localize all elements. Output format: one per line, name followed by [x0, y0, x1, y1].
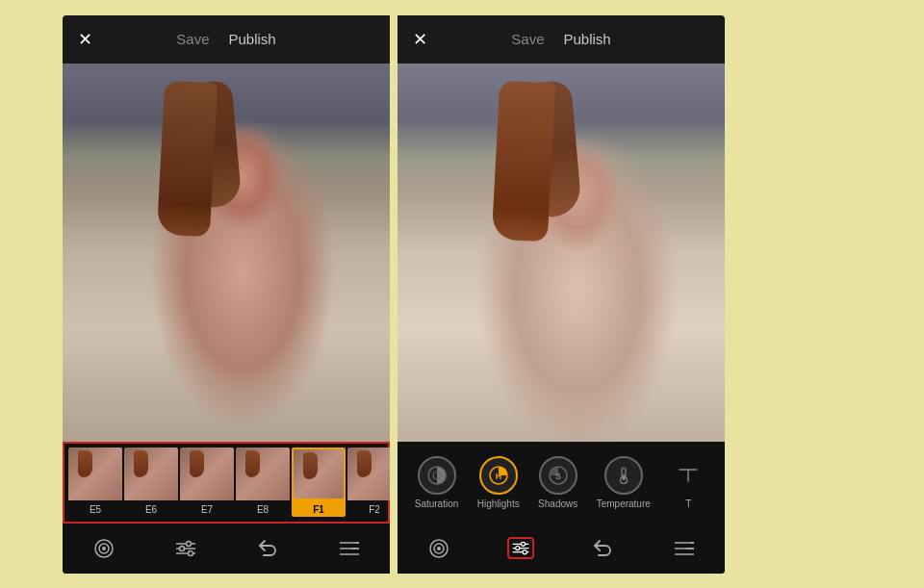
right-header: ✕ Save Publish: [398, 15, 725, 64]
right-close-button[interactable]: ✕: [413, 29, 427, 50]
highlights-tool[interactable]: H Highlights: [477, 456, 520, 509]
left-close-button[interactable]: ✕: [78, 29, 92, 50]
temperature-icon: [604, 456, 643, 495]
film-item-e5[interactable]: E5: [68, 447, 122, 517]
svg-point-14: [188, 550, 192, 555]
temperature-tool[interactable]: Temperature: [597, 456, 651, 509]
film-label-f2: F2: [347, 500, 390, 517]
left-publish-label[interactable]: Publish: [229, 31, 276, 47]
left-bottom-bar: [63, 524, 390, 574]
right-header-actions: Save Publish: [511, 31, 610, 47]
svg-point-37: [523, 550, 526, 554]
t-tool[interactable]: T: [669, 456, 707, 509]
right-photo: [398, 64, 725, 442]
right-bottom-bar: [398, 524, 725, 574]
left-header: ✕ Save Publish: [63, 15, 390, 64]
saturation-tool[interactable]: Saturation: [415, 456, 459, 509]
svg-point-8: [102, 547, 106, 550]
film-label-e5: E5: [68, 500, 122, 517]
svg-rect-28: [623, 474, 625, 480]
right-image-area: [398, 64, 725, 442]
saturation-label: Saturation: [415, 499, 459, 509]
shadows-tool[interactable]: S Shadows: [538, 456, 578, 509]
left-header-actions: Save Publish: [176, 31, 275, 47]
left-menu-icon[interactable]: [332, 531, 367, 566]
right-menu-icon[interactable]: [667, 531, 702, 566]
shadows-label: Shadows: [538, 499, 578, 509]
right-publish-label[interactable]: Publish: [564, 31, 611, 47]
svg-text:S: S: [555, 472, 561, 481]
right-undo-icon[interactable]: [585, 531, 620, 566]
film-item-e8[interactable]: E8: [236, 447, 290, 517]
highlights-icon: H: [479, 456, 518, 495]
right-adjust-icon[interactable]: [503, 531, 538, 566]
film-item-f2[interactable]: F2: [347, 447, 390, 517]
left-save-label[interactable]: Save: [176, 31, 209, 47]
film-label-e6: E6: [124, 500, 178, 517]
svg-point-31: [437, 547, 441, 550]
saturation-icon: [418, 456, 456, 495]
main-container: ✕ Save Publish E5 E6 E7: [63, 15, 861, 574]
film-label-f1: F1: [292, 500, 346, 517]
svg-point-12: [179, 546, 184, 550]
svg-text:H: H: [495, 472, 501, 481]
t-icon: [669, 456, 707, 495]
adjust-bar: Saturation H Highlights: [398, 442, 725, 524]
film-item-e7[interactable]: E7: [180, 447, 234, 517]
left-undo-icon[interactable]: [250, 531, 285, 566]
left-adjust-icon[interactable]: [168, 531, 203, 566]
t-label: T: [685, 499, 691, 509]
left-photo: [63, 64, 390, 442]
filmstrip: E5 E6 E7 E8 F1 F2: [63, 442, 390, 524]
film-label-e7: E7: [180, 500, 234, 517]
right-save-label[interactable]: Save: [511, 31, 544, 47]
right-panel: ✕ Save Publish Saturation: [398, 15, 725, 574]
svg-point-33: [521, 542, 525, 546]
svg-point-35: [515, 546, 519, 550]
left-image-area: [63, 64, 390, 442]
right-filter-icon[interactable]: [422, 531, 456, 566]
film-item-e6[interactable]: E6: [124, 447, 178, 517]
left-panel: ✕ Save Publish E5 E6 E7: [63, 15, 390, 574]
highlights-label: Highlights: [477, 499, 520, 509]
active-adjust-box: [507, 537, 534, 559]
film-item-f1[interactable]: F1: [292, 447, 346, 517]
temperature-label: Temperature: [597, 499, 651, 509]
left-filter-icon[interactable]: [87, 531, 121, 566]
shadows-icon: S: [539, 456, 578, 495]
film-label-e8: E8: [236, 500, 290, 517]
svg-point-10: [186, 541, 191, 546]
